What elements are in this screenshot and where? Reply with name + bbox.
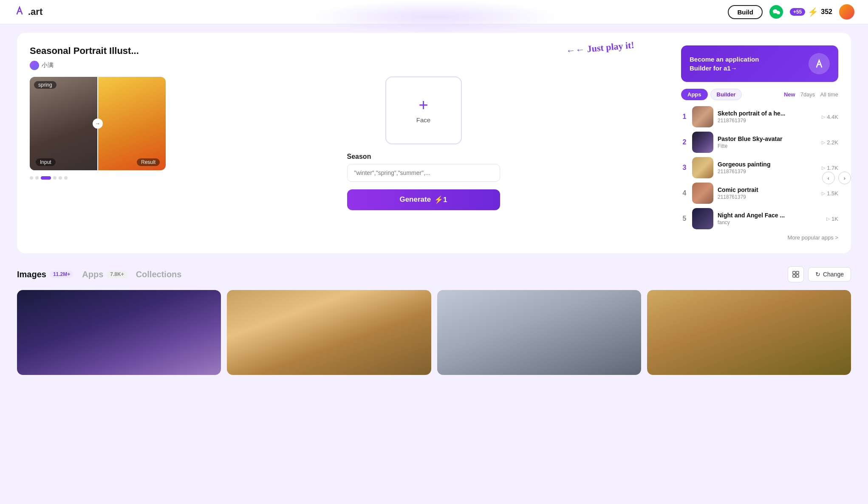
change-icon: ↻ bbox=[815, 271, 820, 278]
nav-arrows: ‹ › bbox=[822, 172, 851, 184]
app-author-5: fancy bbox=[718, 220, 822, 225]
logo-icon bbox=[14, 5, 25, 20]
image-right bbox=[98, 77, 166, 170]
become-builder-card[interactable]: Become an application Builder for a1→ bbox=[681, 45, 838, 82]
rank-1: 1 bbox=[681, 113, 688, 121]
main-tabs: Images 11.2M+ Apps 7.8K+ Collections bbox=[17, 270, 181, 279]
app-title: Seasonal Portrait Illust... bbox=[30, 45, 166, 56]
app-info-5: Night and Angel Face ... fancy bbox=[718, 212, 822, 225]
app-name-5: Night and Angel Face ... bbox=[718, 212, 822, 219]
app-count-3: ▷ 1.7K bbox=[822, 165, 838, 171]
app-count-2: ▷ 2.2K bbox=[822, 139, 838, 146]
tab-apps-bottom[interactable]: Apps 7.8K+ bbox=[82, 270, 127, 279]
right-panel: Become an application Builder for a1→ Ap… bbox=[681, 45, 838, 241]
app-author-3: 2118761379 bbox=[718, 169, 817, 175]
tab-apps-button[interactable]: Apps bbox=[681, 89, 708, 100]
nav-prev-button[interactable]: ‹ bbox=[822, 172, 835, 184]
time-all[interactable]: All time bbox=[820, 91, 838, 98]
change-label: Change bbox=[823, 271, 844, 278]
time-new[interactable]: New bbox=[784, 91, 795, 98]
app-row-5[interactable]: 5 Night and Angel Face ... fancy ▷ 1K bbox=[681, 208, 838, 229]
time-7days[interactable]: 7days bbox=[800, 91, 815, 98]
main-content: Seasonal Portrait Illust... 小满 spring → … bbox=[0, 24, 868, 388]
tab-builder-button[interactable]: Builder bbox=[710, 89, 742, 100]
rank-2: 2 bbox=[681, 138, 688, 146]
svg-rect-0 bbox=[793, 271, 795, 274]
svg-rect-2 bbox=[793, 275, 795, 277]
app-row-3[interactable]: 3 Gorgeous painting 2118761379 ▷ 1.7K bbox=[681, 157, 838, 178]
svg-rect-1 bbox=[796, 271, 799, 274]
result-label: Result bbox=[137, 158, 160, 166]
play-icon-3: ▷ bbox=[822, 165, 825, 171]
play-icon-4: ▷ bbox=[822, 191, 825, 196]
app-thumb-1 bbox=[692, 106, 713, 127]
tabs-row: Images 11.2M+ Apps 7.8K+ Collections bbox=[17, 266, 851, 282]
app-count-5: ▷ 1K bbox=[826, 216, 838, 222]
more-apps-link[interactable]: More popular apps > bbox=[681, 234, 838, 241]
apps-list: 1 Sketch portrait of a he... 2118761379 … bbox=[681, 106, 838, 229]
app-author-4: 2118761379 bbox=[718, 194, 817, 200]
logo-text: .art bbox=[28, 6, 42, 17]
app-thumb-4 bbox=[692, 183, 713, 204]
author-avatar bbox=[30, 61, 39, 70]
plus-badge: +55 bbox=[790, 8, 805, 16]
bottom-section: Images 11.2M+ Apps 7.8K+ Collections bbox=[17, 266, 851, 375]
tab-images[interactable]: Images 11.2M+ bbox=[17, 270, 74, 279]
lightning-area[interactable]: +55 ⚡ 352 bbox=[790, 7, 832, 17]
collections-label: Collections bbox=[136, 270, 182, 279]
app-name-4: Comic portrait bbox=[718, 186, 817, 193]
dot-3-active bbox=[41, 176, 51, 180]
lightning-icon: ⚡ bbox=[808, 7, 818, 17]
arrow-divider: → bbox=[93, 118, 103, 129]
more-apps-label: More popular apps > bbox=[787, 234, 838, 241]
image-left-inner: spring bbox=[30, 77, 98, 170]
season-input[interactable] bbox=[347, 164, 500, 182]
builder-text: Become an application Builder for a1→ bbox=[690, 55, 759, 73]
season-section: Season bbox=[347, 153, 500, 182]
tab-collections[interactable]: Collections bbox=[136, 270, 182, 279]
play-icon-5: ▷ bbox=[826, 216, 830, 222]
dot-4 bbox=[53, 176, 57, 180]
face-upload-box[interactable]: + Face bbox=[385, 76, 462, 144]
dot-5 bbox=[59, 176, 62, 180]
app-row-4[interactable]: 4 Comic portrait 2118761379 ▷ 1.5K bbox=[681, 183, 838, 204]
plus-icon: + bbox=[418, 97, 428, 113]
wechat-icon[interactable] bbox=[769, 5, 783, 19]
apps-tabs: Apps Builder New 7days All time bbox=[681, 89, 838, 100]
image-card-4[interactable] bbox=[647, 290, 851, 375]
generate-cost: ⚡1 bbox=[434, 195, 447, 204]
image-card-1[interactable] bbox=[17, 290, 221, 375]
header: .art Build +55 ⚡ 352 bbox=[0, 0, 868, 24]
app-row-2[interactable]: 2 Pastor Blue Sky-avatar Fitte ▷ 2.2K bbox=[681, 132, 838, 153]
image-card-3[interactable] bbox=[437, 290, 641, 375]
face-label: Face bbox=[416, 116, 430, 124]
nav-next-button[interactable]: › bbox=[838, 172, 851, 184]
labels-row: Input Result bbox=[30, 158, 166, 166]
app-info-2: Pastor Blue Sky-avatar Fitte bbox=[718, 135, 817, 149]
rank-5: 5 bbox=[681, 215, 688, 222]
rank-3: 3 bbox=[681, 164, 688, 172]
feature-card: Seasonal Portrait Illust... 小满 spring → … bbox=[17, 33, 851, 253]
build-button[interactable]: Build bbox=[728, 5, 763, 19]
author-row: 小满 bbox=[30, 61, 166, 70]
change-button[interactable]: ↻ Change bbox=[808, 267, 851, 282]
input-label: Input bbox=[36, 158, 56, 166]
app-author-1: 2118761379 bbox=[718, 118, 817, 124]
tab-controls: ↻ Change bbox=[788, 266, 851, 282]
user-avatar[interactable] bbox=[839, 4, 854, 20]
logo[interactable]: .art bbox=[14, 5, 42, 20]
images-badge: 11.2M+ bbox=[50, 270, 74, 278]
dot-1 bbox=[30, 176, 33, 180]
app-name-1: Sketch portrait of a he... bbox=[718, 110, 817, 117]
app-row-1[interactable]: 1 Sketch portrait of a he... 2118761379 … bbox=[681, 106, 838, 127]
image-card-2[interactable] bbox=[227, 290, 431, 375]
dot-2 bbox=[35, 176, 39, 180]
builder-text-line2: Builder for a1→ bbox=[690, 64, 759, 73]
app-info-3: Gorgeous painting 2118761379 bbox=[718, 161, 817, 175]
app-info-4: Comic portrait 2118761379 bbox=[718, 186, 817, 200]
grid-toggle-button[interactable] bbox=[788, 266, 804, 282]
app-name-2: Pastor Blue Sky-avatar bbox=[718, 135, 817, 142]
author-name: 小满 bbox=[42, 62, 54, 69]
generate-button[interactable]: Generate ⚡1 bbox=[347, 189, 500, 210]
play-it-label: ←← Just play it! bbox=[565, 38, 635, 57]
